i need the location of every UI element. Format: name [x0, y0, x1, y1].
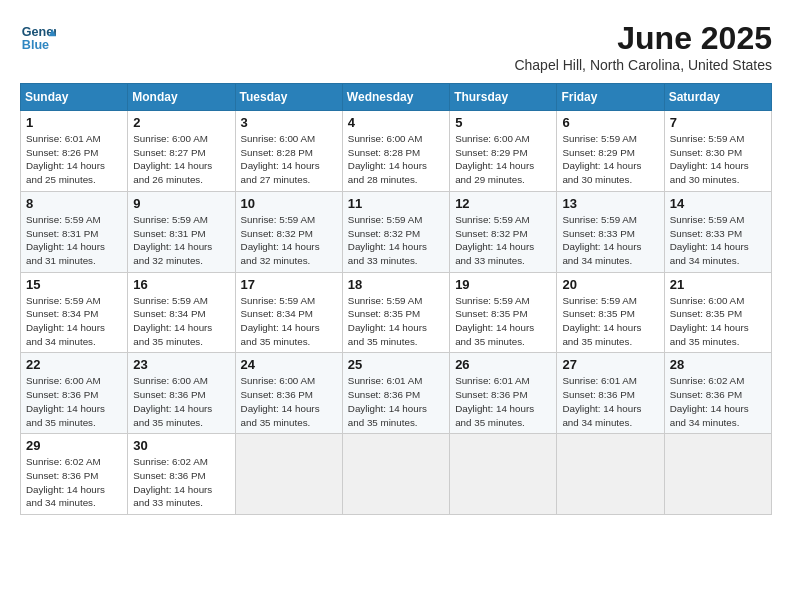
day-detail: Sunrise: 5:59 AMSunset: 8:31 PMDaylight:…: [133, 213, 229, 268]
day-detail: Sunrise: 5:59 AMSunset: 8:33 PMDaylight:…: [562, 213, 658, 268]
day-number: 17: [241, 277, 337, 292]
header: General Blue June 2025 Chapel Hill, Nort…: [20, 20, 772, 73]
day-number: 19: [455, 277, 551, 292]
day-detail: Sunrise: 5:59 AMSunset: 8:35 PMDaylight:…: [562, 294, 658, 349]
calendar-cell: 11Sunrise: 5:59 AMSunset: 8:32 PMDayligh…: [342, 191, 449, 272]
calendar-cell: 27Sunrise: 6:01 AMSunset: 8:36 PMDayligh…: [557, 353, 664, 434]
month-title: June 2025: [514, 20, 772, 57]
day-number: 8: [26, 196, 122, 211]
svg-text:Blue: Blue: [22, 38, 49, 52]
day-number: 27: [562, 357, 658, 372]
day-number: 1: [26, 115, 122, 130]
day-number: 2: [133, 115, 229, 130]
day-detail: Sunrise: 6:01 AMSunset: 8:26 PMDaylight:…: [26, 132, 122, 187]
calendar-week-row: 8Sunrise: 5:59 AMSunset: 8:31 PMDaylight…: [21, 191, 772, 272]
calendar-cell: 10Sunrise: 5:59 AMSunset: 8:32 PMDayligh…: [235, 191, 342, 272]
weekday-header: Friday: [557, 84, 664, 111]
logo-icon: General Blue: [20, 20, 56, 56]
day-number: 4: [348, 115, 444, 130]
day-number: 7: [670, 115, 766, 130]
day-number: 10: [241, 196, 337, 211]
title-area: June 2025 Chapel Hill, North Carolina, U…: [514, 20, 772, 73]
weekday-header: Saturday: [664, 84, 771, 111]
calendar-cell: 2Sunrise: 6:00 AMSunset: 8:27 PMDaylight…: [128, 111, 235, 192]
calendar-cell: 12Sunrise: 5:59 AMSunset: 8:32 PMDayligh…: [450, 191, 557, 272]
calendar-cell: 26Sunrise: 6:01 AMSunset: 8:36 PMDayligh…: [450, 353, 557, 434]
day-detail: Sunrise: 5:59 AMSunset: 8:32 PMDaylight:…: [348, 213, 444, 268]
weekday-header: Wednesday: [342, 84, 449, 111]
weekday-header-row: SundayMondayTuesdayWednesdayThursdayFrid…: [21, 84, 772, 111]
calendar-cell: 1Sunrise: 6:01 AMSunset: 8:26 PMDaylight…: [21, 111, 128, 192]
day-detail: Sunrise: 6:00 AMSunset: 8:36 PMDaylight:…: [133, 374, 229, 429]
day-detail: Sunrise: 6:00 AMSunset: 8:36 PMDaylight:…: [26, 374, 122, 429]
logo: General Blue: [20, 20, 56, 56]
day-number: 14: [670, 196, 766, 211]
day-detail: Sunrise: 6:01 AMSunset: 8:36 PMDaylight:…: [562, 374, 658, 429]
day-detail: Sunrise: 5:59 AMSunset: 8:32 PMDaylight:…: [241, 213, 337, 268]
day-detail: Sunrise: 6:00 AMSunset: 8:27 PMDaylight:…: [133, 132, 229, 187]
calendar-cell: [450, 434, 557, 515]
calendar-cell: 20Sunrise: 5:59 AMSunset: 8:35 PMDayligh…: [557, 272, 664, 353]
day-detail: Sunrise: 6:00 AMSunset: 8:29 PMDaylight:…: [455, 132, 551, 187]
day-detail: Sunrise: 5:59 AMSunset: 8:35 PMDaylight:…: [348, 294, 444, 349]
day-number: 16: [133, 277, 229, 292]
calendar-cell: 15Sunrise: 5:59 AMSunset: 8:34 PMDayligh…: [21, 272, 128, 353]
day-detail: Sunrise: 5:59 AMSunset: 8:35 PMDaylight:…: [455, 294, 551, 349]
calendar-cell: 22Sunrise: 6:00 AMSunset: 8:36 PMDayligh…: [21, 353, 128, 434]
day-detail: Sunrise: 5:59 AMSunset: 8:34 PMDaylight:…: [241, 294, 337, 349]
location-title: Chapel Hill, North Carolina, United Stat…: [514, 57, 772, 73]
day-number: 13: [562, 196, 658, 211]
calendar-cell: 14Sunrise: 5:59 AMSunset: 8:33 PMDayligh…: [664, 191, 771, 272]
day-number: 26: [455, 357, 551, 372]
day-number: 9: [133, 196, 229, 211]
day-detail: Sunrise: 6:01 AMSunset: 8:36 PMDaylight:…: [455, 374, 551, 429]
calendar-cell: [557, 434, 664, 515]
calendar-cell: 3Sunrise: 6:00 AMSunset: 8:28 PMDaylight…: [235, 111, 342, 192]
calendar-cell: 8Sunrise: 5:59 AMSunset: 8:31 PMDaylight…: [21, 191, 128, 272]
day-number: 30: [133, 438, 229, 453]
day-number: 29: [26, 438, 122, 453]
day-detail: Sunrise: 6:00 AMSunset: 8:36 PMDaylight:…: [241, 374, 337, 429]
day-detail: Sunrise: 6:01 AMSunset: 8:36 PMDaylight:…: [348, 374, 444, 429]
day-detail: Sunrise: 6:00 AMSunset: 8:28 PMDaylight:…: [241, 132, 337, 187]
calendar-cell: 19Sunrise: 5:59 AMSunset: 8:35 PMDayligh…: [450, 272, 557, 353]
calendar-cell: 23Sunrise: 6:00 AMSunset: 8:36 PMDayligh…: [128, 353, 235, 434]
day-detail: Sunrise: 6:02 AMSunset: 8:36 PMDaylight:…: [670, 374, 766, 429]
day-number: 12: [455, 196, 551, 211]
calendar-cell: 30Sunrise: 6:02 AMSunset: 8:36 PMDayligh…: [128, 434, 235, 515]
day-detail: Sunrise: 6:00 AMSunset: 8:35 PMDaylight:…: [670, 294, 766, 349]
calendar-cell: 7Sunrise: 5:59 AMSunset: 8:30 PMDaylight…: [664, 111, 771, 192]
day-number: 15: [26, 277, 122, 292]
day-detail: Sunrise: 5:59 AMSunset: 8:33 PMDaylight:…: [670, 213, 766, 268]
weekday-header: Sunday: [21, 84, 128, 111]
day-detail: Sunrise: 6:02 AMSunset: 8:36 PMDaylight:…: [133, 455, 229, 510]
day-detail: Sunrise: 5:59 AMSunset: 8:30 PMDaylight:…: [670, 132, 766, 187]
calendar-cell: [664, 434, 771, 515]
calendar-cell: 24Sunrise: 6:00 AMSunset: 8:36 PMDayligh…: [235, 353, 342, 434]
weekday-header: Tuesday: [235, 84, 342, 111]
calendar-week-row: 15Sunrise: 5:59 AMSunset: 8:34 PMDayligh…: [21, 272, 772, 353]
day-detail: Sunrise: 5:59 AMSunset: 8:29 PMDaylight:…: [562, 132, 658, 187]
calendar-week-row: 29Sunrise: 6:02 AMSunset: 8:36 PMDayligh…: [21, 434, 772, 515]
day-number: 20: [562, 277, 658, 292]
calendar-cell: 25Sunrise: 6:01 AMSunset: 8:36 PMDayligh…: [342, 353, 449, 434]
weekday-header: Monday: [128, 84, 235, 111]
calendar-cell: 21Sunrise: 6:00 AMSunset: 8:35 PMDayligh…: [664, 272, 771, 353]
calendar-cell: 6Sunrise: 5:59 AMSunset: 8:29 PMDaylight…: [557, 111, 664, 192]
day-number: 3: [241, 115, 337, 130]
calendar-cell: 5Sunrise: 6:00 AMSunset: 8:29 PMDaylight…: [450, 111, 557, 192]
day-detail: Sunrise: 5:59 AMSunset: 8:32 PMDaylight:…: [455, 213, 551, 268]
calendar-cell: 28Sunrise: 6:02 AMSunset: 8:36 PMDayligh…: [664, 353, 771, 434]
calendar-week-row: 1Sunrise: 6:01 AMSunset: 8:26 PMDaylight…: [21, 111, 772, 192]
day-number: 5: [455, 115, 551, 130]
day-number: 24: [241, 357, 337, 372]
day-detail: Sunrise: 6:02 AMSunset: 8:36 PMDaylight:…: [26, 455, 122, 510]
day-detail: Sunrise: 5:59 AMSunset: 8:31 PMDaylight:…: [26, 213, 122, 268]
calendar-cell: 13Sunrise: 5:59 AMSunset: 8:33 PMDayligh…: [557, 191, 664, 272]
calendar-cell: [342, 434, 449, 515]
day-number: 22: [26, 357, 122, 372]
calendar-cell: 18Sunrise: 5:59 AMSunset: 8:35 PMDayligh…: [342, 272, 449, 353]
calendar-cell: 17Sunrise: 5:59 AMSunset: 8:34 PMDayligh…: [235, 272, 342, 353]
day-number: 6: [562, 115, 658, 130]
day-number: 23: [133, 357, 229, 372]
